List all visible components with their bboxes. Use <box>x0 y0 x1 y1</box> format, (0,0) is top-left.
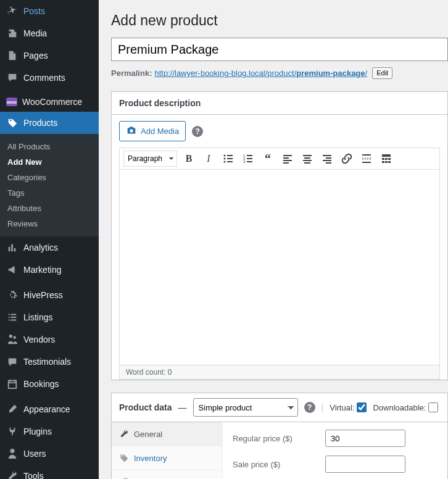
main-content: Add new product Permalink: http://lawyer… <box>99 0 448 479</box>
sidebar-item-tools[interactable]: Tools <box>0 465 99 479</box>
help-icon[interactable]: ? <box>192 126 203 137</box>
svg-rect-20 <box>304 162 310 164</box>
permalink-row: Permalink: http://lawyer-booking-blog.lo… <box>111 67 448 79</box>
sidebar-item-plugins[interactable]: Plugins <box>0 420 99 443</box>
format-select[interactable]: Paragraph <box>123 151 177 167</box>
sidebar-item-posts[interactable]: Posts <box>0 0 99 22</box>
sale-price-label: Sale price ($) <box>233 460 325 469</box>
sidebar-item-analytics[interactable]: Analytics <box>0 236 99 259</box>
svg-rect-6 <box>227 161 233 162</box>
plug-icon <box>6 425 19 438</box>
description-header: Product description <box>112 92 447 115</box>
sidebar-sub-attributes[interactable]: Attributes <box>0 201 99 216</box>
marketing-icon <box>6 264 19 276</box>
bold-button[interactable]: B <box>181 151 197 167</box>
sidebar-item-woocommerce[interactable]: wooWooCommerce <box>0 92 99 112</box>
downloadable-checkbox-label[interactable]: Downloadable: <box>373 402 438 412</box>
sidebar-item-testimonials[interactable]: Testimonials <box>0 351 99 373</box>
tab-linked-products[interactable]: Linked Products <box>112 470 222 479</box>
sidebar-item-bookings[interactable]: Bookings <box>0 373 99 395</box>
virtual-checkbox[interactable] <box>357 402 367 412</box>
sidebar-label: Pages <box>23 51 48 60</box>
toolbar-toggle-button[interactable] <box>378 151 394 167</box>
permalink-link[interactable]: http://lawyer-booking-blog.local/product… <box>154 69 367 78</box>
help-icon[interactable]: ? <box>304 402 315 413</box>
sidebar-label: WooCommerce <box>22 97 82 107</box>
sidebar-sub-categories[interactable]: Categories <box>0 170 99 185</box>
sidebar-item-comments[interactable]: Comments <box>0 67 99 89</box>
tab-general[interactable]: General <box>112 422 222 446</box>
product-type-select[interactable]: Simple product <box>193 398 298 417</box>
svg-rect-27 <box>362 162 371 163</box>
sidebar-item-products[interactable]: Products <box>0 112 99 134</box>
editor-status: Word count: 0 <box>119 365 440 380</box>
svg-rect-30 <box>385 158 388 160</box>
sidebar-sub-reviews[interactable]: Reviews <box>0 216 99 231</box>
edit-permalink-button[interactable]: Edit <box>372 67 392 79</box>
italic-button[interactable]: I <box>201 151 217 167</box>
regular-price-input[interactable] <box>325 430 405 447</box>
svg-rect-32 <box>382 161 384 163</box>
align-left-button[interactable] <box>280 151 296 167</box>
sale-price-input[interactable] <box>325 456 405 473</box>
svg-rect-18 <box>304 157 310 159</box>
svg-rect-4 <box>227 158 233 159</box>
downloadable-checkbox[interactable] <box>428 402 438 412</box>
editor-toolbar: Paragraph B I 123 “ <box>119 148 440 169</box>
comment-icon <box>6 72 19 84</box>
numbered-list-button[interactable]: 123 <box>240 151 256 167</box>
svg-rect-33 <box>385 161 388 163</box>
sidebar-item-pages[interactable]: Pages <box>0 44 99 67</box>
align-right-button[interactable] <box>319 151 335 167</box>
sidebar-label: Testimonials <box>23 357 71 367</box>
media-icon <box>6 27 19 40</box>
sidebar-sub-add-new[interactable]: Add New <box>0 154 99 170</box>
sidebar-label: Appearance <box>23 404 70 414</box>
svg-rect-29 <box>382 158 384 160</box>
list-icon <box>6 311 19 323</box>
tab-inventory[interactable]: Inventory <box>112 446 222 470</box>
sidebar-item-vendors[interactable]: Vendors <box>0 328 99 351</box>
link-button[interactable] <box>339 151 355 167</box>
sidebar-sub-all-products[interactable]: All Products <box>0 139 99 154</box>
svg-rect-17 <box>303 155 312 156</box>
sidebar-label: Listings <box>23 312 52 322</box>
editor-canvas[interactable] <box>119 169 440 365</box>
product-title-input[interactable] <box>111 38 448 61</box>
calendar-icon <box>6 378 19 390</box>
add-media-button[interactable]: Add Media <box>119 121 186 141</box>
svg-rect-8 <box>247 155 252 156</box>
virtual-checkbox-label[interactable]: Virtual: <box>330 402 367 412</box>
user-icon <box>6 448 19 460</box>
regular-price-label: Regular price ($) <box>233 434 325 443</box>
sidebar-label: Plugins <box>23 427 52 436</box>
svg-rect-28 <box>382 154 391 157</box>
svg-text:3: 3 <box>243 160 246 164</box>
sidebar-sub-tags[interactable]: Tags <box>0 185 99 201</box>
sidebar-label: Tools <box>23 471 44 479</box>
sidebar-submenu-products: All Products Add New Categories Tags Att… <box>0 134 99 236</box>
sidebar-item-marketing[interactable]: Marketing <box>0 259 99 281</box>
bullet-list-button[interactable] <box>220 151 236 167</box>
sidebar-label: Marketing <box>23 265 61 275</box>
svg-rect-24 <box>326 162 331 164</box>
sidebar-label: Products <box>23 118 57 128</box>
sidebar-item-hivepress[interactable]: HivePress <box>0 284 99 306</box>
sidebar-item-users[interactable]: Users <box>0 443 99 465</box>
product-data-box: Product data — Simple product ? | Virtua… <box>111 393 448 479</box>
sidebar-item-listings[interactable]: Listings <box>0 306 99 328</box>
sidebar-item-appearance[interactable]: Appearance <box>0 398 99 420</box>
sidebar-label: Media <box>23 28 47 38</box>
svg-rect-19 <box>303 160 312 161</box>
sidebar-label: Posts <box>23 6 45 16</box>
sidebar-item-media[interactable]: Media <box>0 22 99 44</box>
svg-rect-2 <box>227 155 233 156</box>
align-center-button[interactable] <box>299 151 315 167</box>
svg-rect-13 <box>283 155 292 156</box>
svg-rect-26 <box>362 158 371 159</box>
page-icon <box>6 49 19 62</box>
product-data-pane: Regular price ($) Sale price ($) Schedul… <box>223 422 447 479</box>
svg-rect-23 <box>323 160 331 161</box>
readmore-button[interactable] <box>359 151 375 167</box>
blockquote-button[interactable]: “ <box>260 151 276 167</box>
